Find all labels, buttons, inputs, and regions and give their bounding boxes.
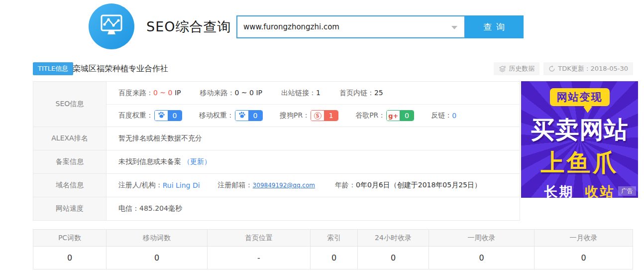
row-speed: 网站速度 电信：485.204毫秒: [33, 197, 520, 220]
query-button[interactable]: 查 询: [465, 15, 524, 38]
ad-subheadline: 上鱼爪: [521, 147, 638, 179]
outbound-links: 出站链接：1: [281, 89, 321, 98]
layers-icon: [499, 65, 506, 73]
search-input[interactable]: [243, 17, 440, 37]
search-bar: 查 询: [236, 15, 524, 38]
alexa-text: 暂无排名或相关数据不充分: [107, 127, 520, 150]
row-label: 域名信息: [33, 174, 107, 197]
title-info-badge: TITLE信息: [33, 62, 73, 75]
stat-value: 0: [106, 246, 207, 269]
weights-line: 百度权重： 0: [107, 104, 520, 127]
sogou-icon: S: [314, 112, 322, 120]
row-alexa: ALEXA排名 暂无排名或相关数据不充分: [33, 127, 520, 150]
baidu-paw-icon: [238, 111, 246, 121]
stat-value: -: [207, 246, 310, 269]
stat-value: 0: [534, 246, 633, 269]
row-label: 备案信息: [33, 150, 107, 173]
stats-value-row: 0 0 - 0 0 0 0: [33, 246, 633, 269]
history-data-label: 历史数据: [509, 64, 535, 73]
stat-value: 0: [429, 246, 534, 269]
baidu-weight: 百度权重： 0: [118, 110, 182, 121]
monitor-chart-icon: [98, 12, 125, 40]
app-logo: [89, 3, 134, 49]
homepage-inlinks: 首页内链：25: [339, 89, 383, 98]
sogou-pr: 搜狗PR： S 1: [280, 110, 338, 121]
mobile-weight-badge[interactable]: 0: [235, 110, 263, 121]
stats-table: PC词数 移动词数 首页位置 索引 24小时收录 一周收录 一月收录 0 0 -…: [33, 229, 633, 270]
baidu-paw-icon: [157, 111, 165, 121]
baidu-weight-badge[interactable]: 0: [154, 110, 182, 121]
backlinks: 反链： 0: [431, 111, 456, 120]
stat-value: 0: [357, 246, 429, 269]
google-plus-icon: g+: [388, 113, 398, 119]
col-header: 一周收录: [429, 230, 534, 246]
row-label: 网站速度: [33, 197, 107, 220]
col-header: 索引: [310, 230, 357, 246]
refresh-icon: [548, 65, 555, 72]
stat-value: 0: [310, 246, 357, 269]
chevron-down-icon[interactable]: [451, 26, 457, 29]
col-header: 移动词数: [106, 230, 207, 246]
tdk-update-label: TDK更新 : 2018-05-30: [558, 64, 628, 73]
seo-info-table: SEO信息 百度来路：0 ~ 0 IP 移动来路：0 ~ 0 IP 出站链接：1…: [33, 81, 520, 221]
history-data-button[interactable]: 历史数据: [494, 62, 539, 75]
site-title: 栾城区福荣种植专业合作社: [73, 64, 168, 74]
row-label: SEO信息: [33, 82, 107, 127]
beian-update-link[interactable]: （更新）: [183, 157, 211, 166]
age-label: 年龄：: [335, 181, 356, 190]
stat-value: 0: [33, 246, 106, 269]
backlinks-value[interactable]: 0: [452, 112, 456, 120]
title-actions: 历史数据 TDK更新 : 2018-05-30: [494, 62, 633, 75]
google-pr-badge[interactable]: g+ 0: [386, 110, 414, 121]
ad-label: 广告: [618, 186, 636, 196]
baidu-traffic: 百度来路：0 ~ 0 IP: [118, 89, 181, 98]
google-pr: 谷歌PR： g+ 0: [355, 110, 414, 121]
tdk-update-button[interactable]: TDK更新 : 2018-05-30: [543, 62, 633, 75]
seo-query-page: SEO综合查询 查 询 TITLE信息 栾城区福荣种植专业合作社 历史数据: [0, 0, 644, 272]
domain-age: 0年0月6日（创建于2018年05月25日）: [356, 181, 481, 190]
beian-text: 未找到信息或未备案: [118, 157, 181, 166]
col-header: 一月收录: [534, 230, 633, 246]
title-bar: TITLE信息 栾城区福荣种植专业合作社 历史数据: [33, 62, 633, 76]
row-label: ALEXA排名: [33, 127, 107, 150]
email-label: 注册邮箱：: [218, 181, 253, 190]
ad-headline: 买卖网站: [521, 114, 638, 146]
row-seo-info: SEO信息 百度来路：0 ~ 0 IP 移动来路：0 ~ 0 IP 出站链接：1…: [33, 82, 520, 127]
traffic-line: 百度来路：0 ~ 0 IP 移动来路：0 ~ 0 IP 出站链接：1 首页内链：…: [107, 82, 520, 104]
col-header: 24小时收录: [357, 230, 429, 246]
ad-banner[interactable]: 网站变现 买卖网站 上鱼爪 长期收站 广告: [521, 81, 638, 198]
mobile-traffic: 移动来路：0 ~ 0 IP: [200, 89, 262, 98]
col-header: 首页位置: [207, 230, 310, 246]
mobile-weight: 移动权重： 0: [199, 110, 263, 121]
row-domain: 域名信息 注册人/机构： Rui Ling Di 注册邮箱： 309849192…: [33, 173, 520, 197]
registrant-link[interactable]: Rui Ling Di: [163, 181, 200, 189]
ad-bubble: 网站变现: [550, 88, 610, 106]
col-header: PC词数: [33, 230, 106, 246]
page-title: SEO综合查询: [146, 18, 231, 36]
sogou-pr-badge[interactable]: S 1: [311, 110, 338, 121]
row-beian: 备案信息 未找到信息或未备案 （更新）: [33, 150, 520, 173]
speed-text: 电信：485.204毫秒: [107, 197, 520, 220]
stats-header-row: PC词数 移动词数 首页位置 索引 24小时收录 一周收录 一月收录: [33, 230, 633, 246]
search-combobox: [236, 15, 465, 38]
registrant-email-link[interactable]: 309849192@qq.com: [253, 182, 315, 189]
registrant-label: 注册人/机构：: [118, 181, 163, 190]
